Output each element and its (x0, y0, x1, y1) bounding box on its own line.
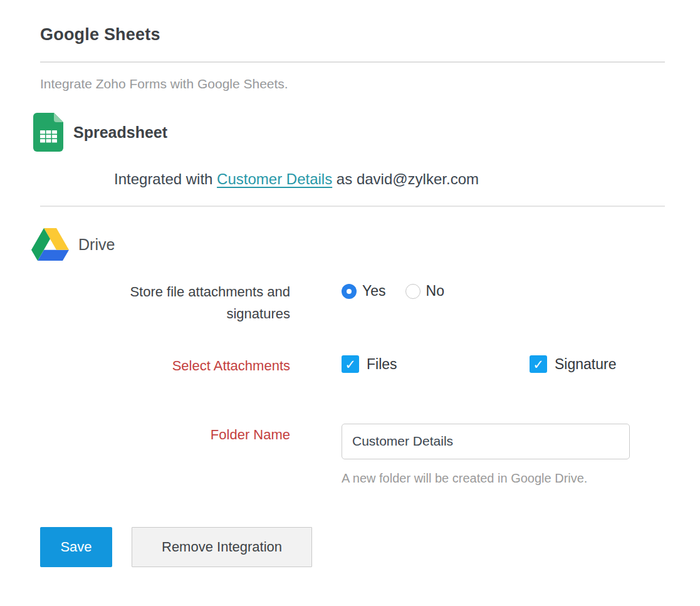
folder-name-hint: A new folder will be created in Google D… (342, 471, 665, 486)
status-connector: as (337, 170, 352, 187)
check-icon: ✓ (533, 358, 544, 371)
integration-settings-page: Google Sheets Integrate Zoho Forms with … (0, 0, 700, 567)
select-attachments-label: Select Attachments (40, 355, 290, 377)
save-button[interactable]: Save (40, 527, 112, 567)
attachments-checkbox-group: ✓ Files ✓ Signature (342, 355, 665, 373)
store-attachments-radio-group: Yes No (342, 283, 665, 300)
folder-name-input[interactable] (342, 424, 630, 459)
drive-heading: Drive (78, 236, 115, 254)
account-email: david@zylker.com (357, 170, 479, 187)
google-drive-icon (31, 228, 69, 261)
select-attachments-row: Select Attachments ✓ Files ✓ Signature (40, 355, 665, 377)
folder-name-row: Folder Name A new folder will be created… (40, 424, 665, 486)
radio-no-unselected[interactable] (405, 284, 421, 299)
checkbox-files-checked[interactable]: ✓ (342, 355, 359, 373)
status-prefix: Integrated with (114, 170, 212, 187)
store-attachments-label: Store file attachments and signatures (40, 281, 290, 325)
page-title: Google Sheets (40, 25, 665, 44)
google-sheets-icon (33, 113, 63, 152)
folder-name-label: Folder Name (40, 424, 290, 446)
checkbox-signature-checked[interactable]: ✓ (530, 355, 547, 373)
checkbox-option-files[interactable]: ✓ Files (342, 355, 530, 373)
remove-integration-button[interactable]: Remove Integration (132, 527, 312, 567)
action-buttons: Save Remove Integration (40, 527, 665, 567)
radio-option-yes[interactable]: Yes (342, 283, 386, 300)
integration-status: Integrated with Customer Details as davi… (114, 170, 665, 188)
check-icon: ✓ (345, 358, 356, 371)
spreadsheet-heading: Spreadsheet (73, 123, 167, 142)
radio-option-no[interactable]: No (405, 283, 444, 300)
checkbox-files-label: Files (367, 356, 397, 373)
checkbox-option-signature[interactable]: ✓ Signature (530, 355, 616, 373)
radio-no-label: No (426, 283, 444, 300)
spreadsheet-section: Spreadsheet Integrated with Customer Det… (40, 113, 665, 188)
radio-yes-label: Yes (362, 283, 386, 300)
store-attachments-row: Store file attachments and signatures Ye… (40, 281, 665, 325)
section-divider (40, 206, 665, 207)
integrated-form-link[interactable]: Customer Details (217, 170, 332, 187)
checkbox-signature-label: Signature (555, 356, 616, 373)
drive-section: Drive Store file attachments and signatu… (40, 228, 665, 567)
radio-yes-selected[interactable] (342, 284, 357, 299)
header-divider (40, 61, 665, 63)
page-subtitle: Integrate Zoho Forms with Google Sheets. (40, 76, 665, 91)
